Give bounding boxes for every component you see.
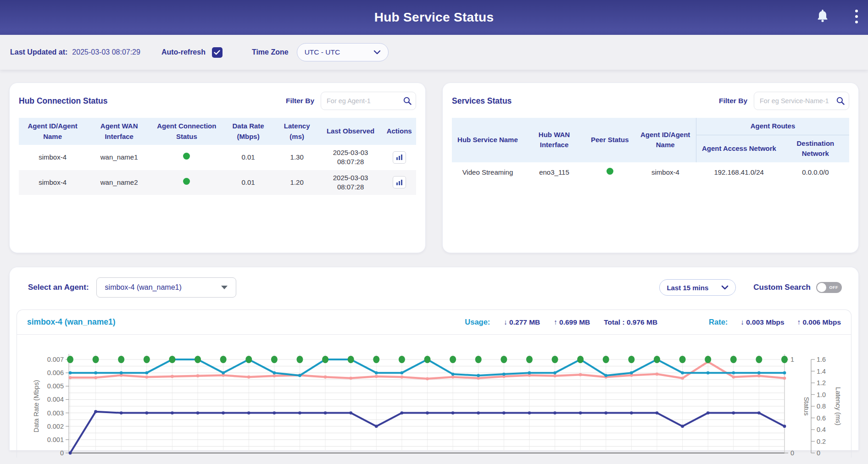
status-dot-up bbox=[606, 168, 613, 175]
col-group-agent-routes: Agent Routes bbox=[696, 118, 849, 135]
search-icon[interactable] bbox=[403, 96, 412, 107]
app-header: Hub Service Status bbox=[0, 0, 868, 35]
col-data-rate: Data Rate (Mbps) bbox=[222, 118, 275, 145]
download-arrow-icon: ↓ bbox=[740, 318, 744, 326]
select-agent-label: Select an Agent: bbox=[28, 283, 89, 292]
svg-text:0.006: 0.006 bbox=[47, 369, 64, 376]
time-zone-select[interactable]: UTC - UTC bbox=[297, 43, 389, 61]
agent-monitor-card: Select an Agent: simbox-4 (wan_name1) La… bbox=[9, 267, 859, 450]
status-dot-up bbox=[183, 178, 190, 185]
svg-text:1.0: 1.0 bbox=[817, 391, 826, 398]
hub-connection-title: Hub Connection Status bbox=[19, 96, 107, 106]
cell-access-network: 192.168.41.0/24 bbox=[696, 162, 782, 183]
col-hub-service: Hub Service Name bbox=[452, 118, 523, 162]
cell-conn-status bbox=[152, 145, 222, 170]
kebab-menu-icon[interactable] bbox=[851, 7, 862, 26]
col-peer-status: Peer Status bbox=[585, 118, 634, 162]
svg-text:0.001: 0.001 bbox=[47, 436, 64, 443]
col-last-observed: Last Observed bbox=[319, 118, 383, 145]
cell-actions bbox=[382, 170, 416, 195]
toggle-state-text: OFF bbox=[829, 285, 839, 290]
cell-latency: 1.20 bbox=[275, 170, 319, 195]
cell-hub-wan: eno3_115 bbox=[523, 162, 585, 183]
cell-hub-service: Video Streaming bbox=[452, 162, 523, 183]
time-zone-label: Time Zone bbox=[252, 48, 289, 56]
rate-download-value: 0.003 Mbps bbox=[746, 318, 785, 326]
cell-data-rate: 0.01 bbox=[222, 145, 275, 170]
svg-text:1.4: 1.4 bbox=[817, 368, 826, 375]
services-filter-input[interactable] bbox=[754, 92, 849, 110]
cell-peer-status bbox=[585, 162, 634, 183]
search-icon[interactable] bbox=[836, 96, 845, 107]
services-status-title: Services Status bbox=[452, 96, 512, 106]
svg-text:0.004: 0.004 bbox=[47, 396, 64, 403]
svg-text:0: 0 bbox=[790, 449, 794, 457]
toggle-knob bbox=[817, 283, 826, 292]
services-filter-label: Filter By bbox=[719, 97, 747, 105]
svg-text:1.6: 1.6 bbox=[817, 356, 826, 363]
svg-text:0.003: 0.003 bbox=[47, 409, 64, 417]
services-status-card: Services Status Filter By Hub Service Na… bbox=[442, 83, 859, 253]
svg-text:0.8: 0.8 bbox=[817, 403, 826, 410]
agent-select-dropdown[interactable]: simbox-4 (wan_name1) bbox=[96, 277, 236, 298]
time-zone-value: UTC - UTC bbox=[305, 48, 340, 56]
cell-latency: 1.30 bbox=[275, 145, 319, 170]
hub-connection-card: Hub Connection Status Filter By Agent ID… bbox=[9, 83, 426, 253]
col-access-network: Agent Access Network bbox=[696, 135, 782, 162]
download-arrow-icon: ↓ bbox=[504, 318, 507, 326]
row-chart-action-button[interactable] bbox=[393, 176, 406, 188]
svg-text:1.2: 1.2 bbox=[817, 379, 826, 387]
upload-arrow-icon: ↑ bbox=[797, 318, 801, 326]
cell-last-observed: 2025-03-0308:07:28 bbox=[319, 145, 383, 170]
auto-refresh-checkbox[interactable] bbox=[212, 47, 223, 58]
col-actions: Actions bbox=[382, 118, 416, 145]
col-agent-id: Agent ID/Agent Name bbox=[634, 118, 696, 162]
notifications-bell-icon[interactable] bbox=[816, 8, 829, 24]
hub-filter-input[interactable] bbox=[321, 92, 416, 110]
cell-agent-id: simbox-4 bbox=[19, 145, 86, 170]
usage-label: Usage: bbox=[465, 318, 490, 326]
cell-agent-wan: wan_name2 bbox=[86, 170, 152, 195]
usage-upload-value: 0.699 MB bbox=[559, 318, 590, 326]
svg-text:0.002: 0.002 bbox=[47, 423, 64, 430]
cell-actions bbox=[382, 145, 416, 170]
svg-text:0: 0 bbox=[817, 449, 820, 457]
rate-label: Rate: bbox=[709, 318, 728, 326]
agent-select-value: simbox-4 (wan_name1) bbox=[105, 283, 182, 292]
traffic-chart: 00.0010.0020.0030.0040.0050.0060.007Data… bbox=[17, 335, 851, 458]
cell-conn-status bbox=[152, 170, 222, 195]
usage-download-value: 0.277 MB bbox=[509, 318, 540, 326]
svg-text:Data Rate (Mbps): Data Rate (Mbps) bbox=[33, 380, 40, 432]
col-destination-network: Destination Network bbox=[782, 135, 849, 162]
cell-destination-network: 0.0.0.0/0 bbox=[782, 162, 849, 183]
chevron-down-icon bbox=[373, 48, 381, 56]
col-agent-conn-status: Agent Connection Status bbox=[152, 118, 222, 145]
row-chart-action-button[interactable] bbox=[393, 151, 406, 164]
cell-agent-id: simbox-4 bbox=[19, 170, 86, 195]
svg-text:0.2: 0.2 bbox=[817, 438, 826, 445]
page-title: Hub Service Status bbox=[374, 10, 494, 25]
time-range-dropdown[interactable]: Last 15 mins bbox=[659, 279, 736, 296]
table-row: Video Streamingeno3_115simbox-4192.168.4… bbox=[452, 162, 849, 183]
custom-search-toggle[interactable]: OFF bbox=[816, 282, 842, 293]
cell-agent-id: simbox-4 bbox=[634, 162, 696, 183]
interface-chart-card: simbox-4 (wan_name1) Usage: ↓0.277 MB ↑0… bbox=[17, 309, 851, 458]
svg-text:1: 1 bbox=[790, 356, 794, 363]
dropdown-arrow-icon bbox=[221, 286, 228, 289]
auto-refresh-label: Auto-refresh bbox=[161, 48, 206, 56]
status-dot-up bbox=[183, 153, 190, 160]
table-row: simbox-4wan_name20.011.202025-03-0308:07… bbox=[19, 170, 416, 195]
svg-text:0: 0 bbox=[60, 449, 64, 457]
bar-chart-icon bbox=[395, 179, 403, 186]
hub-connection-table: Agent ID/Agent Name Agent WAN Interface … bbox=[19, 118, 416, 195]
hub-filter-label: Filter By bbox=[286, 97, 314, 105]
time-range-value: Last 15 mins bbox=[667, 284, 708, 292]
upload-arrow-icon: ↑ bbox=[554, 318, 557, 326]
services-status-table: Hub Service Name Hub WAN Interface Peer … bbox=[452, 118, 849, 183]
toolbar: Last Updated at: 2025-03-03 08:07:29 Aut… bbox=[0, 35, 868, 70]
last-updated-label: Last Updated at: bbox=[10, 48, 67, 56]
svg-text:0.6: 0.6 bbox=[817, 414, 826, 422]
custom-search-label: Custom Search bbox=[753, 283, 811, 292]
chart-title: simbox-4 (wan_name1) bbox=[27, 317, 116, 327]
col-agent-wan: Agent WAN Interface bbox=[86, 118, 152, 145]
